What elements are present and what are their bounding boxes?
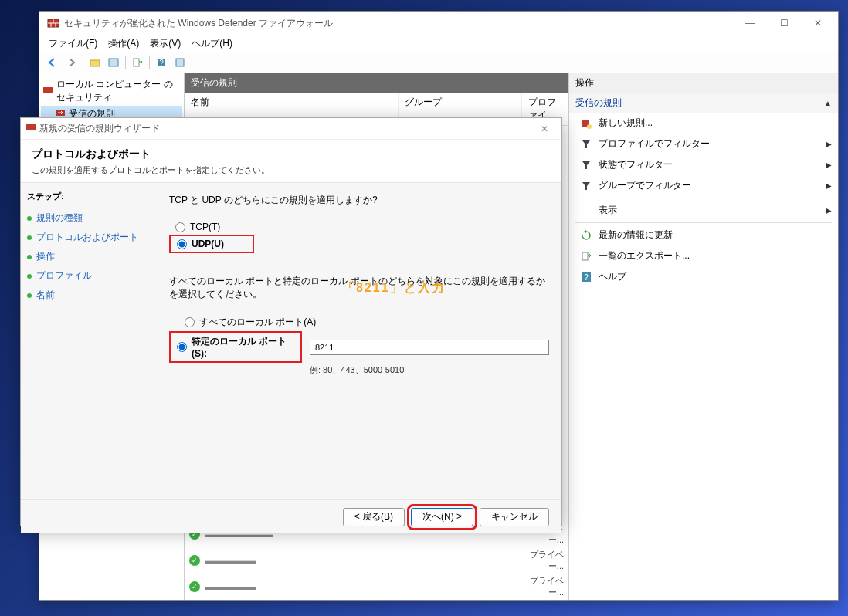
tree-root-item[interactable]: ローカル コンピューター のセキュリティ bbox=[41, 76, 182, 106]
radio-udp-row[interactable]: UDP(U) bbox=[169, 235, 254, 253]
wizard-heading: プロトコルおよびポート bbox=[32, 147, 551, 161]
toolbar-folder-icon[interactable] bbox=[86, 54, 103, 71]
main-window-title: セキュリティが強化された Windows Defender ファイアウォール bbox=[64, 17, 733, 30]
actions-section-label: 受信の規則 bbox=[575, 96, 622, 110]
action-filter-group[interactable]: グループでフィルター ▶ bbox=[569, 175, 838, 196]
refresh-icon bbox=[580, 229, 592, 242]
question-protocol: TCP と UDP のどちらにこの規則を適用しますか? bbox=[169, 194, 549, 207]
menu-action[interactable]: 操作(A) bbox=[103, 36, 144, 52]
actions-header: 操作 bbox=[569, 73, 838, 93]
submenu-arrow-icon: ▶ bbox=[826, 140, 832, 148]
actions-section-title[interactable]: 受信の規則 ▲ bbox=[569, 93, 838, 113]
filter-icon bbox=[580, 159, 592, 171]
next-button[interactable]: 次へ(N) > bbox=[411, 508, 473, 526]
submenu-arrow-icon: ▶ bbox=[826, 181, 832, 190]
radio-tcp-row[interactable]: TCP(T) bbox=[169, 219, 254, 235]
action-filter-group-label: グループでフィルター bbox=[599, 179, 691, 192]
menubar: ファイル(F) 操作(A) 表示(V) ヘルプ(H) bbox=[39, 35, 838, 52]
menu-file[interactable]: ファイル(F) bbox=[44, 36, 102, 52]
step-protocol-port[interactable]: プロトコルおよびポート bbox=[27, 228, 151, 247]
toolbar-help-icon[interactable]: ? bbox=[153, 54, 170, 71]
step-dot-icon bbox=[27, 274, 32, 279]
svg-rect-6 bbox=[109, 59, 118, 66]
port-input[interactable] bbox=[310, 340, 549, 355]
radio-tcp[interactable] bbox=[175, 222, 185, 232]
step-action[interactable]: 操作 bbox=[27, 247, 151, 266]
nav-back-button[interactable] bbox=[44, 54, 61, 71]
maximize-button[interactable]: ☐ bbox=[767, 12, 801, 34]
action-help[interactable]: ? ヘルプ bbox=[569, 266, 838, 287]
radio-udp[interactable] bbox=[177, 239, 187, 249]
firewall-icon bbox=[25, 122, 36, 135]
radio-all-ports-row[interactable]: すべてのローカル ポート(A) bbox=[178, 313, 549, 331]
export-icon bbox=[580, 250, 592, 262]
step-profile[interactable]: プロファイル bbox=[27, 266, 151, 286]
radio-specific-ports[interactable] bbox=[177, 342, 187, 352]
check-icon: ✓ bbox=[189, 555, 200, 566]
cancel-button[interactable]: キャンセル bbox=[480, 508, 549, 526]
svg-text:?: ? bbox=[159, 59, 164, 67]
radio-all-ports-label: すべてのローカル ポート(A) bbox=[199, 316, 316, 329]
annotation-text: 「8211」と入力 bbox=[342, 280, 446, 296]
menu-view[interactable]: 表示(V) bbox=[145, 36, 185, 52]
port-hint: 例: 80、443、5000-5010 bbox=[310, 364, 549, 376]
main-titlebar: セキュリティが強化された Windows Defender ファイアウォール —… bbox=[39, 12, 838, 35]
action-view[interactable]: 表示 ▶ bbox=[569, 200, 838, 221]
action-filter-state[interactable]: 状態でフィルター ▶ bbox=[569, 154, 838, 175]
radio-tcp-label: TCP(T) bbox=[190, 222, 220, 232]
wizard-titlebar: 新規の受信の規則ウィザード ✕ bbox=[21, 118, 561, 140]
minimize-button[interactable]: — bbox=[733, 12, 767, 34]
firewall-icon bbox=[47, 17, 59, 29]
action-view-label: 表示 bbox=[599, 204, 617, 217]
filter-icon bbox=[580, 138, 592, 151]
wizard-subheading: この規則を適用するプロトコルとポートを指定してください。 bbox=[32, 164, 551, 176]
step-dot-icon bbox=[27, 293, 32, 298]
step-rule-type[interactable]: 規則の種類 bbox=[27, 208, 151, 228]
svg-rect-10 bbox=[176, 59, 184, 66]
rule-row[interactable]: ✓▬▬▬▬▬▬プライベー... bbox=[185, 574, 568, 600]
rules-list-header: 受信の規則 bbox=[185, 73, 568, 93]
action-help-label: ヘルプ bbox=[599, 270, 626, 283]
help-icon: ? bbox=[580, 271, 592, 283]
action-new-rule[interactable]: 新しい規則... bbox=[569, 113, 838, 134]
radio-udp-label: UDP(U) bbox=[192, 239, 224, 249]
wizard-header: プロトコルおよびポート この規則を適用するプロトコルとポートを指定してください。 bbox=[21, 140, 561, 183]
step-name[interactable]: 名前 bbox=[27, 286, 151, 305]
svg-rect-19 bbox=[26, 124, 36, 130]
toolbar: ? bbox=[39, 52, 838, 73]
firewall-icon bbox=[42, 85, 53, 98]
radio-all-ports[interactable] bbox=[185, 317, 195, 327]
toolbar-props-icon[interactable] bbox=[171, 54, 188, 71]
nav-forward-button[interactable] bbox=[63, 54, 80, 71]
toolbar-list-icon[interactable] bbox=[105, 54, 122, 71]
submenu-arrow-icon: ▶ bbox=[826, 161, 832, 169]
action-filter-profile[interactable]: プロファイルでフィルター ▶ bbox=[569, 134, 838, 154]
steps-label: ステップ: bbox=[27, 191, 151, 202]
step-dot-icon bbox=[27, 235, 32, 240]
tree-root-label: ローカル コンピューター のセキュリティ bbox=[56, 78, 181, 104]
filter-icon bbox=[580, 180, 592, 192]
wizard-title: 新規の受信の規則ウィザード bbox=[39, 122, 532, 135]
svg-rect-5 bbox=[90, 60, 100, 66]
action-filter-state-label: 状態でフィルター bbox=[599, 158, 673, 171]
radio-specific-ports-label: 特定のローカル ポート(S): bbox=[192, 335, 294, 359]
check-icon: ✓ bbox=[189, 581, 200, 592]
step-dot-icon bbox=[27, 216, 32, 221]
svg-rect-16 bbox=[582, 252, 588, 260]
svg-rect-11 bbox=[43, 87, 53, 93]
submenu-arrow-icon: ▶ bbox=[826, 206, 832, 215]
toolbar-export-icon[interactable] bbox=[129, 54, 146, 71]
action-refresh[interactable]: 最新の情報に更新 bbox=[569, 225, 838, 245]
action-new-rule-label: 新しい規則... bbox=[599, 117, 653, 130]
wizard-footer: < 戻る(B) 次へ(N) > キャンセル bbox=[21, 499, 561, 533]
wizard-close-button[interactable]: ✕ bbox=[532, 124, 557, 134]
radio-specific-ports-row[interactable]: 特定のローカル ポート(S): bbox=[169, 331, 302, 363]
rule-row[interactable]: ✓▬▬▬▬▬▬プライベー... bbox=[185, 547, 568, 574]
collapse-icon: ▲ bbox=[824, 99, 832, 107]
menu-help[interactable]: ヘルプ(H) bbox=[187, 36, 237, 52]
close-button[interactable]: ✕ bbox=[801, 12, 835, 34]
back-button[interactable]: < 戻る(B) bbox=[343, 508, 405, 526]
wizard-content: TCP と UDP のどちらにこの規則を適用しますか? TCP(T) UDP(U… bbox=[157, 183, 561, 499]
action-export[interactable]: 一覧のエクスポート... bbox=[569, 245, 838, 266]
svg-text:?: ? bbox=[584, 273, 589, 282]
